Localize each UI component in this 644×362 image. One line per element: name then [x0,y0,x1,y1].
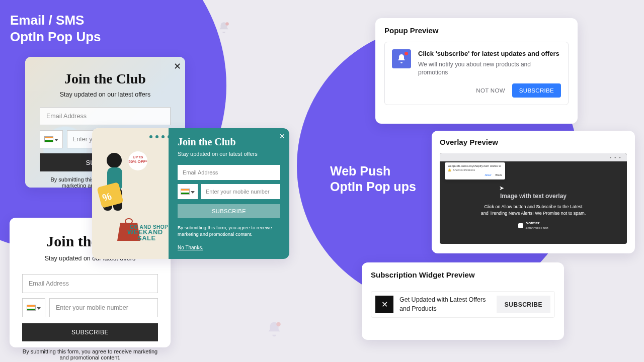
permission-text: Show notifications [453,168,475,171]
flag-india-icon [27,305,36,311]
chevron-down-icon [191,189,195,195]
subscribe-button[interactable]: SUBSCRIBE [22,323,158,341]
card-heading: Overlay Preview [440,138,627,146]
email-input[interactable] [178,165,280,180]
popup-preview-card: Popup Preview Click 'subscribe' for late… [375,18,578,124]
permission-site: webpush-demo.myshopify.com wants to [448,164,502,167]
not-now-button[interactable]: NOT NOW [476,87,505,94]
flag-india-icon [44,136,53,142]
card-heading: Popup Preview [384,26,569,35]
svg-point-1 [276,322,281,327]
subscribe-button[interactable]: SUBSCRIBE [178,204,280,218]
email-input[interactable] [22,274,158,293]
widget-message: Get Updated with Latest Offers and Produ… [399,296,491,313]
subscribe-button[interactable]: SUBSCRIBE [512,83,561,98]
overlay-mock-window: ● ● ● webpush-demo.myshopify.com wants t… [440,153,627,244]
no-thanks-link[interactable]: No Thanks. [178,245,203,250]
bell-deco-icon [217,21,230,34]
popup-subtitle: Stay updated on our latest offers [178,151,280,157]
bell-icon [518,223,523,228]
discount-badge: UP to 50% OFF* [128,151,147,170]
cursor-icon: ➤ [440,185,627,192]
country-select[interactable] [178,184,198,199]
chevron-down-icon [54,136,58,143]
brand-name: Notifier [525,221,548,226]
country-select[interactable] [22,298,45,317]
close-icon[interactable]: ✕ [375,296,393,313]
overlay-sub-text: Click on Allow button and Subscribe to t… [480,204,586,216]
subscription-widget-preview-card: Subscription Widget Preview ✕ Get Update… [362,262,564,340]
allow-button[interactable]: Allow [485,173,491,176]
heading-line: Web Push [330,164,390,178]
heading-line: OptIn Pop ups [330,179,416,194]
notification-subtitle: We will notify you about new products an… [418,60,561,76]
brand-badge: Notifier Smart Web Push [518,221,548,230]
overlay-preview-card: Overlay Preview ● ● ● webpush-demo.mysho… [432,131,635,253]
country-select[interactable] [40,130,63,148]
email-input[interactable] [40,107,171,125]
svg-point-2 [107,153,122,168]
browser-permission-popup: webpush-demo.myshopify.com wants to 🔔Sho… [445,162,505,179]
notification-dot-icon [405,52,408,55]
close-icon[interactable]: ✕ [279,132,285,140]
popup-title: Join the Club [39,71,171,87]
subscribe-button[interactable]: SUBSCRIBE [497,296,550,313]
flag-india-icon [181,189,190,195]
bell-deco-icon [266,321,283,338]
chevron-down-icon [37,304,41,311]
notification-bell-icon [392,49,411,68]
brand-tagline: Smart Web Push [525,226,548,229]
svg-point-0 [225,22,229,26]
terms-text: By submitting this form, you agree to re… [178,224,280,238]
overlay-hero-text: Image with text overlay [440,193,627,200]
phone-input[interactable] [201,184,280,199]
heading-web-push: Web PushOptIn Pop ups [330,163,416,195]
popup-illustration: % UP to 50% OFF* GO AND SHOP WEEKAND SAL… [92,128,169,259]
popup-title: Join the Club [178,136,280,148]
phone-input[interactable] [49,298,158,317]
heading-line: Email / SMS [10,13,84,28]
heading-email-sms: Email / SMSOptIn Pop Ups [10,12,101,45]
push-notification-preview: Click 'subscribe' for latest updates and… [384,42,569,105]
terms-text: By submitting this form, you agree to re… [22,348,158,360]
popup-subtitle: Stay updated on our latest offers [39,91,171,98]
bell-icon: 🔔 [448,168,451,171]
optin-popup-card-b: % UP to 50% OFF* GO AND SHOP WEEKAND SAL… [92,128,289,259]
heading-line: OptIn Pop Ups [10,29,101,44]
block-button[interactable]: Block [496,173,502,176]
illustration-text: SALE [137,234,156,242]
card-heading: Subscription Widget Preview [371,270,555,279]
notification-title: Click 'subscribe' for latest updates and… [418,49,561,58]
